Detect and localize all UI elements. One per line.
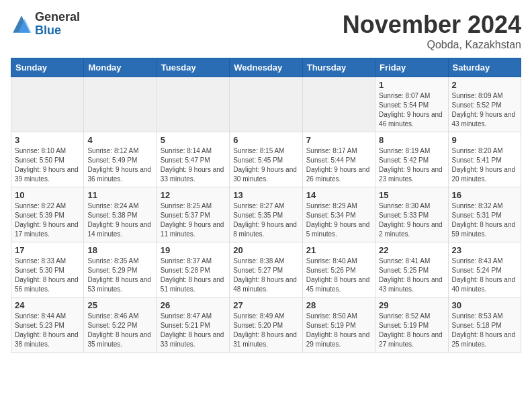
day-number: 4 (87, 135, 152, 145)
day-number: 8 (379, 135, 444, 145)
day-number: 11 (87, 190, 152, 200)
location: Qobda, Kazakhstan (343, 39, 521, 51)
calendar-cell: 4Sunrise: 8:12 AM Sunset: 5:49 PM Daylig… (84, 132, 157, 187)
day-number: 17 (15, 245, 80, 255)
calendar-cell (157, 77, 229, 132)
weekday-header: Saturday (448, 58, 521, 77)
day-number: 30 (452, 300, 517, 310)
weekday-header: Tuesday (157, 58, 229, 77)
calendar-cell: 20Sunrise: 8:38 AM Sunset: 5:27 PM Dayli… (230, 242, 302, 298)
calendar-cell: 14Sunrise: 8:29 AM Sunset: 5:34 PM Dayli… (302, 187, 375, 242)
day-info: Sunrise: 8:50 AM Sunset: 5:19 PM Dayligh… (306, 312, 371, 349)
calendar-cell: 15Sunrise: 8:30 AM Sunset: 5:33 PM Dayli… (375, 187, 448, 242)
calendar-cell: 30Sunrise: 8:53 AM Sunset: 5:18 PM Dayli… (448, 298, 521, 353)
calendar-week-row: 24Sunrise: 8:44 AM Sunset: 5:23 PM Dayli… (11, 298, 521, 353)
calendar-cell: 19Sunrise: 8:37 AM Sunset: 5:28 PM Dayli… (157, 242, 229, 298)
weekday-header: Wednesday (230, 58, 302, 77)
logo-icon (11, 13, 32, 35)
calendar-cell: 11Sunrise: 8:24 AM Sunset: 5:38 PM Dayli… (84, 187, 157, 242)
day-info: Sunrise: 8:53 AM Sunset: 5:18 PM Dayligh… (452, 312, 517, 349)
day-info: Sunrise: 8:09 AM Sunset: 5:52 PM Dayligh… (452, 91, 517, 129)
day-info: Sunrise: 8:52 AM Sunset: 5:19 PM Dayligh… (379, 312, 444, 349)
day-number: 9 (452, 135, 517, 145)
day-info: Sunrise: 8:35 AM Sunset: 5:29 PM Dayligh… (87, 257, 152, 294)
month-title: November 2024 (343, 11, 521, 39)
calendar-cell: 24Sunrise: 8:44 AM Sunset: 5:23 PM Dayli… (11, 298, 84, 353)
day-number: 6 (233, 135, 298, 145)
calendar-week-row: 17Sunrise: 8:33 AM Sunset: 5:30 PM Dayli… (11, 242, 521, 298)
day-number: 1 (379, 80, 444, 90)
day-info: Sunrise: 8:10 AM Sunset: 5:50 PM Dayligh… (15, 146, 80, 184)
weekday-header: Thursday (302, 58, 375, 77)
calendar-cell: 6Sunrise: 8:15 AM Sunset: 5:45 PM Daylig… (230, 132, 302, 187)
day-info: Sunrise: 8:40 AM Sunset: 5:26 PM Dayligh… (306, 257, 371, 294)
calendar-cell: 18Sunrise: 8:35 AM Sunset: 5:29 PM Dayli… (84, 242, 157, 298)
day-info: Sunrise: 8:14 AM Sunset: 5:47 PM Dayligh… (161, 146, 226, 184)
calendar-cell: 8Sunrise: 8:19 AM Sunset: 5:42 PM Daylig… (375, 132, 448, 187)
day-number: 10 (15, 190, 80, 200)
logo-blue: Blue (35, 24, 80, 38)
day-number: 16 (452, 190, 517, 200)
day-info: Sunrise: 8:33 AM Sunset: 5:30 PM Dayligh… (15, 257, 80, 294)
calendar-cell: 21Sunrise: 8:40 AM Sunset: 5:26 PM Dayli… (302, 242, 375, 298)
day-info: Sunrise: 8:38 AM Sunset: 5:27 PM Dayligh… (233, 257, 298, 294)
logo-text: General Blue (35, 11, 80, 38)
day-info: Sunrise: 8:49 AM Sunset: 5:20 PM Dayligh… (233, 312, 298, 349)
day-number: 28 (306, 300, 371, 310)
weekday-header: Friday (375, 58, 448, 77)
day-info: Sunrise: 8:20 AM Sunset: 5:41 PM Dayligh… (452, 146, 517, 184)
day-info: Sunrise: 8:30 AM Sunset: 5:33 PM Dayligh… (379, 201, 444, 239)
day-number: 29 (379, 300, 444, 310)
weekday-header: Monday (84, 58, 157, 77)
calendar-cell: 3Sunrise: 8:10 AM Sunset: 5:50 PM Daylig… (11, 132, 84, 187)
logo: General Blue (11, 11, 80, 38)
day-number: 14 (306, 190, 371, 200)
calendar-cell (84, 77, 157, 132)
day-info: Sunrise: 8:22 AM Sunset: 5:39 PM Dayligh… (15, 201, 80, 239)
calendar-cell: 23Sunrise: 8:43 AM Sunset: 5:24 PM Dayli… (448, 242, 521, 298)
day-info: Sunrise: 8:32 AM Sunset: 5:31 PM Dayligh… (452, 201, 517, 239)
weekday-header-row: SundayMondayTuesdayWednesdayThursdayFrid… (11, 58, 521, 77)
day-info: Sunrise: 8:12 AM Sunset: 5:49 PM Dayligh… (87, 146, 152, 184)
day-info: Sunrise: 8:19 AM Sunset: 5:42 PM Dayligh… (379, 146, 444, 184)
calendar-cell: 5Sunrise: 8:14 AM Sunset: 5:47 PM Daylig… (157, 132, 229, 187)
page-header: General Blue November 2024 Qobda, Kazakh… (11, 11, 521, 51)
day-number: 12 (161, 190, 226, 200)
day-number: 15 (379, 190, 444, 200)
calendar-cell: 9Sunrise: 8:20 AM Sunset: 5:41 PM Daylig… (448, 132, 521, 187)
calendar-cell: 16Sunrise: 8:32 AM Sunset: 5:31 PM Dayli… (448, 187, 521, 242)
day-info: Sunrise: 8:44 AM Sunset: 5:23 PM Dayligh… (15, 312, 80, 349)
calendar-cell: 12Sunrise: 8:25 AM Sunset: 5:37 PM Dayli… (157, 187, 229, 242)
day-info: Sunrise: 8:07 AM Sunset: 5:54 PM Dayligh… (379, 91, 444, 129)
calendar-cell: 13Sunrise: 8:27 AM Sunset: 5:35 PM Dayli… (230, 187, 302, 242)
day-number: 5 (161, 135, 226, 145)
calendar-cell: 1Sunrise: 8:07 AM Sunset: 5:54 PM Daylig… (375, 77, 448, 132)
day-info: Sunrise: 8:46 AM Sunset: 5:22 PM Dayligh… (87, 312, 152, 349)
calendar-cell: 17Sunrise: 8:33 AM Sunset: 5:30 PM Dayli… (11, 242, 84, 298)
day-number: 7 (306, 135, 371, 145)
day-info: Sunrise: 8:29 AM Sunset: 5:34 PM Dayligh… (306, 201, 371, 239)
day-info: Sunrise: 8:27 AM Sunset: 5:35 PM Dayligh… (233, 201, 298, 239)
day-number: 24 (15, 300, 80, 310)
day-number: 23 (452, 245, 517, 255)
calendar-table: SundayMondayTuesdayWednesdayThursdayFrid… (11, 58, 521, 353)
calendar-cell: 22Sunrise: 8:41 AM Sunset: 5:25 PM Dayli… (375, 242, 448, 298)
title-block: November 2024 Qobda, Kazakhstan (343, 11, 521, 51)
calendar-cell: 29Sunrise: 8:52 AM Sunset: 5:19 PM Dayli… (375, 298, 448, 353)
calendar-cell: 26Sunrise: 8:47 AM Sunset: 5:21 PM Dayli… (157, 298, 229, 353)
day-info: Sunrise: 8:37 AM Sunset: 5:28 PM Dayligh… (161, 257, 226, 294)
day-info: Sunrise: 8:47 AM Sunset: 5:21 PM Dayligh… (161, 312, 226, 349)
day-number: 18 (87, 245, 152, 255)
calendar-cell (11, 77, 84, 132)
day-info: Sunrise: 8:15 AM Sunset: 5:45 PM Dayligh… (233, 146, 298, 184)
day-info: Sunrise: 8:43 AM Sunset: 5:24 PM Dayligh… (452, 257, 517, 294)
calendar-cell: 7Sunrise: 8:17 AM Sunset: 5:44 PM Daylig… (302, 132, 375, 187)
day-number: 26 (161, 300, 226, 310)
calendar-cell (230, 77, 302, 132)
day-number: 21 (306, 245, 371, 255)
day-number: 19 (161, 245, 226, 255)
logo-general: General (35, 11, 80, 24)
day-number: 27 (233, 300, 298, 310)
calendar-week-row: 10Sunrise: 8:22 AM Sunset: 5:39 PM Dayli… (11, 187, 521, 242)
calendar-cell (302, 77, 375, 132)
